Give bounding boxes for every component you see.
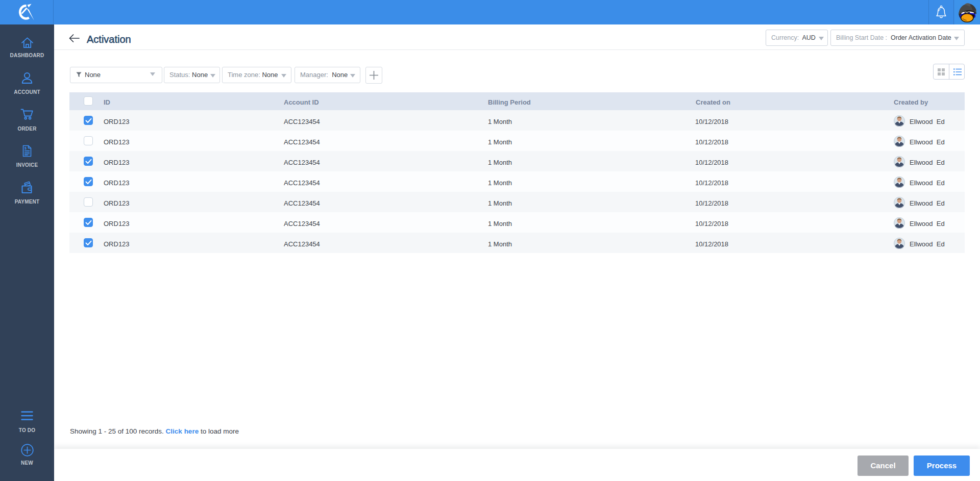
svg-text:$: $ xyxy=(24,146,27,150)
